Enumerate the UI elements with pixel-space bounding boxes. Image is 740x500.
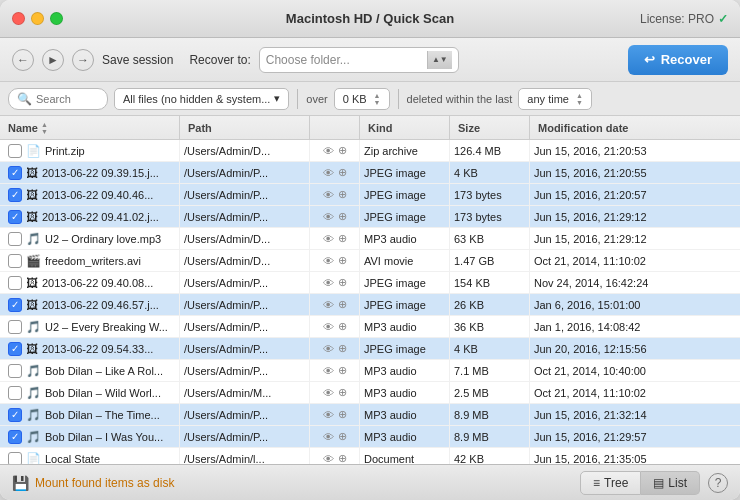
- preview-icon[interactable]: 👁: [323, 189, 334, 201]
- row-checkbox[interactable]: ✓: [8, 188, 22, 202]
- preview-icon[interactable]: 👁: [323, 409, 334, 421]
- play-button[interactable]: ►: [42, 49, 64, 71]
- cell-size: 2.5 MB: [450, 382, 530, 403]
- table-row[interactable]: 🎵U2 – Every Breaking W.../Users/Admin/P.…: [0, 316, 740, 338]
- recover-button[interactable]: ↩ Recover: [628, 45, 728, 75]
- row-checkbox[interactable]: [8, 320, 22, 334]
- preview-icon[interactable]: 👁: [323, 167, 334, 179]
- table-row[interactable]: 🎵Bob Dilan – Wild Worl.../Users/Admin/M.…: [0, 382, 740, 404]
- preview-icon[interactable]: 👁: [323, 233, 334, 245]
- cell-kind: JPEG image: [360, 206, 450, 227]
- info-icon[interactable]: ⊕: [338, 364, 347, 377]
- table-row[interactable]: ✓🖼2013-06-22 09.39.15.j.../Users/Admin/P…: [0, 162, 740, 184]
- file-name: 2013-06-22 09.46.57.j...: [42, 299, 159, 311]
- table-row[interactable]: 📄Print.zip/Users/Admin/D...👁⊕Zip archive…: [0, 140, 740, 162]
- info-icon[interactable]: ⊕: [338, 210, 347, 223]
- info-icon[interactable]: ⊕: [338, 342, 347, 355]
- cell-size: 4 KB: [450, 162, 530, 183]
- search-input[interactable]: [36, 93, 106, 105]
- table-row[interactable]: 🎬freedom_writers.avi/Users/Admin/D...👁⊕A…: [0, 250, 740, 272]
- row-checkbox[interactable]: ✓: [8, 210, 22, 224]
- preview-icon[interactable]: 👁: [323, 255, 334, 267]
- file-list[interactable]: 📄Print.zip/Users/Admin/D...👁⊕Zip archive…: [0, 140, 740, 464]
- file-name: Bob Dilan – Wild Worl...: [45, 387, 161, 399]
- col-header-kind[interactable]: Kind: [360, 116, 450, 139]
- table-row[interactable]: 🎵Bob Dilan – Like A Rol.../Users/Admin/P…: [0, 360, 740, 382]
- table-row[interactable]: 🎵U2 – Ordinary love.mp3/Users/Admin/D...…: [0, 228, 740, 250]
- help-button[interactable]: ?: [708, 473, 728, 493]
- info-icon[interactable]: ⊕: [338, 144, 347, 157]
- info-icon[interactable]: ⊕: [338, 320, 347, 333]
- size-filter[interactable]: 0 KB ▲▼: [334, 88, 390, 110]
- preview-icon[interactable]: 👁: [323, 365, 334, 377]
- mount-button[interactable]: 💾 Mount found items as disk: [12, 475, 174, 491]
- table-row[interactable]: ✓🖼2013-06-22 09.41.02.j.../Users/Admin/P…: [0, 206, 740, 228]
- info-icon[interactable]: ⊕: [338, 254, 347, 267]
- table-row[interactable]: 🖼2013-06-22 09.40.08.../Users/Admin/P...…: [0, 272, 740, 294]
- row-checkbox[interactable]: ✓: [8, 298, 22, 312]
- preview-icon[interactable]: 👁: [323, 431, 334, 443]
- row-checkbox[interactable]: [8, 386, 22, 400]
- cell-kind: JPEG image: [360, 162, 450, 183]
- search-box[interactable]: 🔍: [8, 88, 108, 110]
- col-header-path[interactable]: Path: [180, 116, 310, 139]
- info-icon[interactable]: ⊕: [338, 188, 347, 201]
- maximize-button[interactable]: [50, 12, 63, 25]
- row-checkbox[interactable]: [8, 276, 22, 290]
- preview-icon[interactable]: 👁: [323, 211, 334, 223]
- info-icon[interactable]: ⊕: [338, 276, 347, 289]
- back-button[interactable]: ←: [12, 49, 34, 71]
- cell-actions: 👁⊕: [310, 250, 360, 271]
- tree-view-button[interactable]: ≡ Tree: [580, 471, 641, 495]
- cell-moddate: Jun 15, 2016, 21:29:57: [530, 426, 740, 447]
- cell-moddate: Jun 20, 2016, 12:15:56: [530, 338, 740, 359]
- row-checkbox[interactable]: ✓: [8, 408, 22, 422]
- info-icon[interactable]: ⊕: [338, 452, 347, 464]
- preview-icon[interactable]: 👁: [323, 145, 334, 157]
- row-checkbox[interactable]: ✓: [8, 342, 22, 356]
- info-icon[interactable]: ⊕: [338, 232, 347, 245]
- col-header-moddate[interactable]: Modification date: [530, 116, 740, 139]
- preview-icon[interactable]: 👁: [323, 387, 334, 399]
- row-checkbox[interactable]: ✓: [8, 166, 22, 180]
- all-files-filter[interactable]: All files (no hidden & system... ▾: [114, 88, 289, 110]
- row-checkbox[interactable]: [8, 452, 22, 465]
- forward-button[interactable]: →: [72, 49, 94, 71]
- file-icon: 📄: [26, 144, 41, 158]
- row-checkbox[interactable]: ✓: [8, 430, 22, 444]
- preview-icon[interactable]: 👁: [323, 321, 334, 333]
- row-checkbox[interactable]: [8, 364, 22, 378]
- cell-actions: 👁⊕: [310, 338, 360, 359]
- preview-icon[interactable]: 👁: [323, 277, 334, 289]
- table-row[interactable]: ✓🖼2013-06-22 09.46.57.j.../Users/Admin/P…: [0, 294, 740, 316]
- info-icon[interactable]: ⊕: [338, 298, 347, 311]
- col-header-name[interactable]: Name ▲▼: [0, 116, 180, 139]
- table-row[interactable]: ✓🎵Bob Dilan – I Was You.../Users/Admin/P…: [0, 426, 740, 448]
- info-icon[interactable]: ⊕: [338, 408, 347, 421]
- save-session-button[interactable]: Save session: [102, 53, 173, 67]
- list-view-button[interactable]: ▤ List: [641, 471, 700, 495]
- folder-dropdown[interactable]: Choose folder... ▲▼: [259, 47, 459, 73]
- cell-moddate: Jun 15, 2016, 21:20:55: [530, 162, 740, 183]
- time-filter[interactable]: any time ▲▼: [518, 88, 592, 110]
- col-header-size[interactable]: Size: [450, 116, 530, 139]
- cell-moddate: Oct 21, 2014, 10:40:00: [530, 360, 740, 381]
- table-row[interactable]: ✓🎵Bob Dilan – The Time.../Users/Admin/P.…: [0, 404, 740, 426]
- size-arrows: ▲▼: [374, 92, 381, 106]
- preview-icon[interactable]: 👁: [323, 343, 334, 355]
- row-checkbox[interactable]: [8, 144, 22, 158]
- minimize-button[interactable]: [31, 12, 44, 25]
- preview-icon[interactable]: 👁: [323, 299, 334, 311]
- row-checkbox[interactable]: [8, 254, 22, 268]
- filter-divider-2: [398, 89, 399, 109]
- close-button[interactable]: [12, 12, 25, 25]
- table-row[interactable]: ✓🖼2013-06-22 09.54.33.../Users/Admin/P..…: [0, 338, 740, 360]
- table-row[interactable]: 📄Local State/Users/Admin/l...👁⊕Document4…: [0, 448, 740, 464]
- preview-icon[interactable]: 👁: [323, 453, 334, 465]
- info-icon[interactable]: ⊕: [338, 386, 347, 399]
- table-row[interactable]: ✓🖼2013-06-22 09.40.46.../Users/Admin/P..…: [0, 184, 740, 206]
- info-icon[interactable]: ⊕: [338, 430, 347, 443]
- file-name: U2 – Ordinary love.mp3: [45, 233, 161, 245]
- info-icon[interactable]: ⊕: [338, 166, 347, 179]
- row-checkbox[interactable]: [8, 232, 22, 246]
